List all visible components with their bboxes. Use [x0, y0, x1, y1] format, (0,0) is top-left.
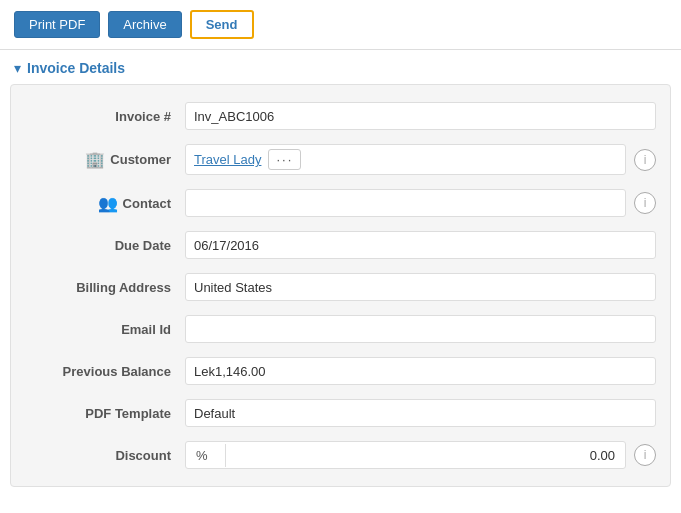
- billing-address-row: Billing Address United States: [11, 266, 670, 308]
- contact-label: 👥 Contact: [25, 194, 185, 213]
- section-title: Invoice Details: [27, 60, 125, 76]
- email-id-value[interactable]: [185, 315, 656, 343]
- discount-percent-symbol: %: [186, 444, 226, 467]
- due-date-value[interactable]: 06/17/2016: [185, 231, 656, 259]
- discount-info-button[interactable]: i: [634, 444, 656, 466]
- previous-balance-value: Lek1,146.00: [185, 357, 656, 385]
- invoice-number-label: Invoice #: [25, 109, 185, 124]
- discount-amount[interactable]: 0.00: [226, 444, 625, 467]
- chevron-icon: ▾: [14, 60, 21, 76]
- discount-value-field[interactable]: % 0.00: [185, 441, 626, 469]
- previous-balance-row: Previous Balance Lek1,146.00: [11, 350, 670, 392]
- invoice-details-section-header[interactable]: ▾ Invoice Details: [0, 50, 681, 84]
- customer-link[interactable]: Travel Lady: [194, 152, 261, 167]
- archive-button[interactable]: Archive: [108, 11, 181, 38]
- customer-dots-button[interactable]: ···: [268, 149, 301, 170]
- pdf-template-row: PDF Template Default: [11, 392, 670, 434]
- discount-row: Discount % 0.00 i: [11, 434, 670, 476]
- toolbar: Print PDF Archive Send: [0, 0, 681, 50]
- email-id-label: Email Id: [25, 322, 185, 337]
- billing-address-value[interactable]: United States: [185, 273, 656, 301]
- email-id-row: Email Id: [11, 308, 670, 350]
- contact-row: 👥 Contact i: [11, 182, 670, 224]
- customer-info-button[interactable]: i: [634, 149, 656, 171]
- due-date-label: Due Date: [25, 238, 185, 253]
- invoice-number-value: Inv_ABC1006: [185, 102, 656, 130]
- due-date-row: Due Date 06/17/2016: [11, 224, 670, 266]
- customer-row: 🏢 Customer Travel Lady ··· i: [11, 137, 670, 182]
- contact-value-field[interactable]: [185, 189, 626, 217]
- customer-value-field[interactable]: Travel Lady ···: [185, 144, 626, 175]
- previous-balance-label: Previous Balance: [25, 364, 185, 379]
- pdf-template-label: PDF Template: [25, 406, 185, 421]
- send-button[interactable]: Send: [190, 10, 254, 39]
- customer-icon: 🏢: [85, 150, 105, 169]
- customer-label: 🏢 Customer: [25, 150, 185, 169]
- print-pdf-button[interactable]: Print PDF: [14, 11, 100, 38]
- contact-info-button[interactable]: i: [634, 192, 656, 214]
- contact-icon: 👥: [98, 194, 118, 213]
- invoice-number-row: Invoice # Inv_ABC1006: [11, 95, 670, 137]
- invoice-details-form: Invoice # Inv_ABC1006 🏢 Customer Travel …: [10, 84, 671, 487]
- billing-address-label: Billing Address: [25, 280, 185, 295]
- discount-label: Discount: [25, 448, 185, 463]
- pdf-template-value[interactable]: Default: [185, 399, 656, 427]
